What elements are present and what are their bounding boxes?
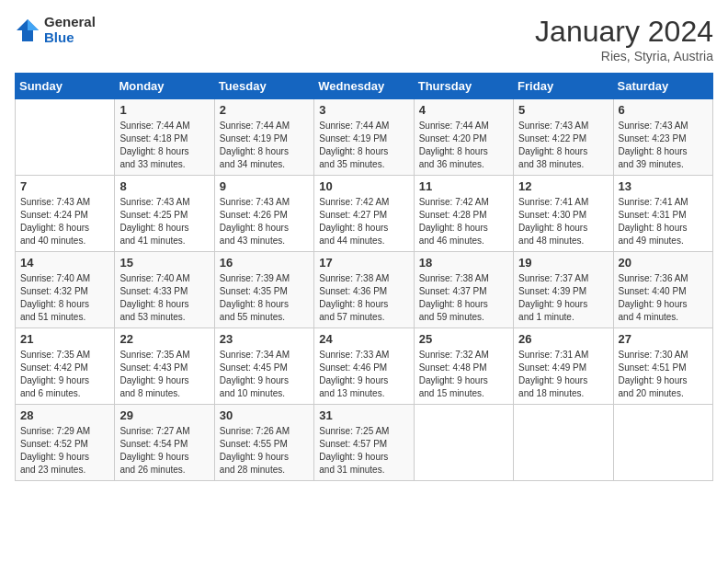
- day-info: Sunrise: 7:41 AM Sunset: 4:31 PM Dayligh…: [619, 196, 708, 247]
- day-info: Sunrise: 7:26 AM Sunset: 4:55 PM Dayligh…: [220, 425, 309, 477]
- calendar-cell: 10Sunrise: 7:42 AM Sunset: 4:27 PM Dayli…: [314, 176, 414, 252]
- calendar-cell: 12Sunrise: 7:41 AM Sunset: 4:30 PM Dayli…: [514, 176, 613, 252]
- day-info: Sunrise: 7:38 AM Sunset: 4:37 PM Dayligh…: [419, 272, 508, 324]
- day-info: Sunrise: 7:44 AM Sunset: 4:19 PM Dayligh…: [220, 120, 309, 171]
- calendar-cell: 15Sunrise: 7:40 AM Sunset: 4:33 PM Dayli…: [115, 252, 214, 328]
- calendar-cell: 2Sunrise: 7:44 AM Sunset: 4:19 PM Daylig…: [214, 99, 313, 176]
- day-info: Sunrise: 7:43 AM Sunset: 4:24 PM Dayligh…: [20, 196, 109, 247]
- day-number: 1: [119, 103, 209, 117]
- day-info: Sunrise: 7:43 AM Sunset: 4:23 PM Dayligh…: [619, 120, 708, 171]
- weekday-header-row: SundayMondayTuesdayWednesdayThursdayFrid…: [16, 74, 713, 99]
- calendar-cell: 22Sunrise: 7:35 AM Sunset: 4:43 PM Dayli…: [115, 328, 214, 405]
- weekday-header-tuesday: Tuesday: [214, 74, 313, 99]
- day-number: 13: [619, 179, 708, 193]
- day-number: 10: [319, 179, 408, 193]
- day-number: 12: [518, 179, 608, 193]
- day-info: Sunrise: 7:25 AM Sunset: 4:57 PM Dayligh…: [319, 425, 408, 477]
- weekday-header-thursday: Thursday: [414, 74, 513, 99]
- calendar-week-5: 28Sunrise: 7:29 AM Sunset: 4:52 PM Dayli…: [16, 405, 713, 481]
- logo-text: General Blue: [44, 15, 96, 45]
- day-info: Sunrise: 7:34 AM Sunset: 4:45 PM Dayligh…: [220, 349, 309, 400]
- calendar-cell: 16Sunrise: 7:39 AM Sunset: 4:35 PM Dayli…: [214, 252, 313, 328]
- day-number: 25: [419, 332, 508, 346]
- calendar-cell: 20Sunrise: 7:36 AM Sunset: 4:40 PM Dayli…: [613, 252, 712, 328]
- logo-blue-text: Blue: [44, 30, 96, 46]
- calendar-cell: 6Sunrise: 7:43 AM Sunset: 4:23 PM Daylig…: [613, 99, 712, 176]
- day-number: 21: [20, 332, 109, 346]
- calendar-subtitle: Ries, Styria, Austria: [535, 49, 713, 63]
- calendar-cell: 30Sunrise: 7:26 AM Sunset: 4:55 PM Dayli…: [214, 405, 313, 481]
- day-number: 15: [119, 256, 209, 270]
- day-info: Sunrise: 7:42 AM Sunset: 4:27 PM Dayligh…: [319, 196, 408, 247]
- day-info: Sunrise: 7:43 AM Sunset: 4:25 PM Dayligh…: [119, 196, 209, 247]
- calendar-cell: 25Sunrise: 7:32 AM Sunset: 4:48 PM Dayli…: [414, 328, 513, 405]
- svg-marker-1: [28, 19, 39, 30]
- calendar-cell: 4Sunrise: 7:44 AM Sunset: 4:20 PM Daylig…: [414, 99, 513, 176]
- weekday-header-saturday: Saturday: [613, 74, 712, 99]
- calendar-cell: 24Sunrise: 7:33 AM Sunset: 4:46 PM Dayli…: [314, 328, 414, 405]
- logo-general-text: General: [44, 15, 96, 30]
- logo-icon: [15, 17, 40, 43]
- weekday-header-wednesday: Wednesday: [314, 74, 414, 99]
- calendar-cell: 21Sunrise: 7:35 AM Sunset: 4:42 PM Dayli…: [16, 328, 115, 405]
- calendar-cell: 1Sunrise: 7:44 AM Sunset: 4:18 PM Daylig…: [115, 99, 214, 176]
- logo: General Blue: [15, 15, 96, 45]
- day-info: Sunrise: 7:35 AM Sunset: 4:43 PM Dayligh…: [119, 349, 209, 400]
- day-number: 22: [119, 332, 209, 346]
- calendar-table: SundayMondayTuesdayWednesdayThursdayFrid…: [15, 73, 713, 481]
- calendar-cell: 11Sunrise: 7:42 AM Sunset: 4:28 PM Dayli…: [414, 176, 513, 252]
- day-info: Sunrise: 7:36 AM Sunset: 4:40 PM Dayligh…: [619, 272, 708, 324]
- day-number: 23: [220, 332, 309, 346]
- calendar-cell: 23Sunrise: 7:34 AM Sunset: 4:45 PM Dayli…: [214, 328, 313, 405]
- day-number: 18: [419, 256, 508, 270]
- weekday-header-sunday: Sunday: [16, 74, 115, 99]
- weekday-header-monday: Monday: [115, 74, 214, 99]
- calendar-title: January 2024: [535, 15, 713, 49]
- day-number: 16: [220, 256, 309, 270]
- calendar-cell: 14Sunrise: 7:40 AM Sunset: 4:32 PM Dayli…: [16, 252, 115, 328]
- calendar-cell: 13Sunrise: 7:41 AM Sunset: 4:31 PM Dayli…: [613, 176, 712, 252]
- day-number: 7: [20, 179, 109, 193]
- day-info: Sunrise: 7:27 AM Sunset: 4:54 PM Dayligh…: [119, 425, 209, 477]
- calendar-cell: 26Sunrise: 7:31 AM Sunset: 4:49 PM Dayli…: [514, 328, 613, 405]
- calendar-cell: 3Sunrise: 7:44 AM Sunset: 4:19 PM Daylig…: [314, 99, 414, 176]
- title-block: January 2024 Ries, Styria, Austria: [535, 15, 713, 63]
- calendar-cell: 29Sunrise: 7:27 AM Sunset: 4:54 PM Dayli…: [115, 405, 214, 481]
- day-number: 31: [319, 408, 408, 422]
- day-number: 27: [619, 332, 708, 346]
- calendar-week-3: 14Sunrise: 7:40 AM Sunset: 4:32 PM Dayli…: [16, 252, 713, 328]
- weekday-header-friday: Friday: [514, 74, 613, 99]
- calendar-cell: [16, 99, 115, 176]
- day-number: 20: [619, 256, 708, 270]
- calendar-cell: 28Sunrise: 7:29 AM Sunset: 4:52 PM Dayli…: [16, 405, 115, 481]
- day-number: 24: [319, 332, 408, 346]
- calendar-cell: 31Sunrise: 7:25 AM Sunset: 4:57 PM Dayli…: [314, 405, 414, 481]
- day-info: Sunrise: 7:38 AM Sunset: 4:36 PM Dayligh…: [319, 272, 408, 324]
- calendar-cell: 8Sunrise: 7:43 AM Sunset: 4:25 PM Daylig…: [115, 176, 214, 252]
- day-info: Sunrise: 7:35 AM Sunset: 4:42 PM Dayligh…: [20, 349, 109, 400]
- calendar-cell: 7Sunrise: 7:43 AM Sunset: 4:24 PM Daylig…: [16, 176, 115, 252]
- day-info: Sunrise: 7:44 AM Sunset: 4:19 PM Dayligh…: [319, 120, 408, 171]
- calendar-cell: 18Sunrise: 7:38 AM Sunset: 4:37 PM Dayli…: [414, 252, 513, 328]
- day-info: Sunrise: 7:32 AM Sunset: 4:48 PM Dayligh…: [419, 349, 508, 400]
- day-number: 19: [518, 256, 608, 270]
- calendar-cell: [613, 405, 712, 481]
- day-info: Sunrise: 7:40 AM Sunset: 4:33 PM Dayligh…: [119, 272, 209, 324]
- calendar-week-2: 7Sunrise: 7:43 AM Sunset: 4:24 PM Daylig…: [16, 176, 713, 252]
- day-info: Sunrise: 7:44 AM Sunset: 4:20 PM Dayligh…: [419, 120, 508, 171]
- day-number: 26: [518, 332, 608, 346]
- day-number: 4: [419, 103, 508, 117]
- calendar-week-1: 1Sunrise: 7:44 AM Sunset: 4:18 PM Daylig…: [16, 99, 713, 176]
- calendar-cell: [414, 405, 513, 481]
- day-info: Sunrise: 7:37 AM Sunset: 4:39 PM Dayligh…: [518, 272, 608, 324]
- day-number: 29: [119, 408, 209, 422]
- day-info: Sunrise: 7:44 AM Sunset: 4:18 PM Dayligh…: [119, 120, 209, 171]
- page-header: General Blue January 2024 Ries, Styria, …: [15, 15, 713, 63]
- day-info: Sunrise: 7:29 AM Sunset: 4:52 PM Dayligh…: [20, 425, 109, 477]
- day-info: Sunrise: 7:31 AM Sunset: 4:49 PM Dayligh…: [518, 349, 608, 400]
- day-info: Sunrise: 7:41 AM Sunset: 4:30 PM Dayligh…: [518, 196, 608, 247]
- day-number: 17: [319, 256, 408, 270]
- day-number: 9: [220, 179, 309, 193]
- day-number: 14: [20, 256, 109, 270]
- calendar-cell: [514, 405, 613, 481]
